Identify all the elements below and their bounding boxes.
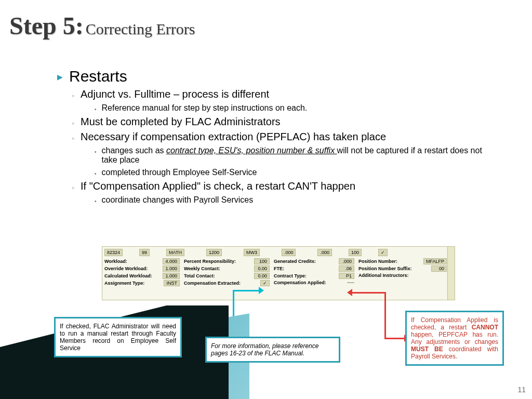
form-chip: 82324: [104, 249, 123, 256]
circle-bullet-icon: ◦: [72, 119, 74, 127]
page-number: 11: [517, 385, 526, 394]
form-col-4: Position Number:MFALFP Position Number S…: [358, 258, 447, 286]
form-chip: 100: [349, 249, 362, 256]
dot-bullet-icon: •: [95, 171, 97, 177]
bullet-reference: Reference manual for step by step instru…: [102, 103, 308, 113]
content-body: ▶ Restarts ◦ Adjunct vs. Fulltime – proc…: [57, 68, 499, 208]
callout-right: If Compensation Applied is checked, a re…: [405, 311, 504, 366]
title-subtitle: Correcting Errors: [86, 20, 195, 37]
dot-bullet-icon: •: [95, 198, 97, 204]
form-chip: MW3: [244, 249, 260, 256]
form-col-3: Generated Credits:.000 FTE:.06 Contract …: [274, 258, 354, 286]
form-top-row: 82324 99 MATH 1200 MW3 .000 .000 100 ✓: [104, 249, 453, 256]
form-col-2: Percent Responsibility:100 Weekly Contac…: [184, 258, 270, 286]
scrollbar: [447, 247, 455, 300]
callout-middle: For more information, please reference p…: [205, 337, 340, 363]
form-col-1: Workload:4.000 Override Workload:1.000 C…: [104, 258, 180, 286]
form-screenshot: 82324 99 MATH 1200 MW3 .000 .000 100 ✓ W…: [102, 246, 455, 300]
bullet-pepflac: Necessary if compensation extraction (PE…: [81, 131, 386, 143]
form-chip: .000: [282, 249, 296, 256]
bullet-ess: completed through Employee Self-Service: [102, 168, 257, 177]
bullet-adjunct: Adjunct vs. Fulltime – process is differ…: [81, 88, 269, 100]
form-chip: MATH: [166, 249, 184, 256]
circle-bullet-icon: ◦: [72, 183, 74, 192]
bullet-comp-applied: If "Compensation Applied" is check, a re…: [81, 180, 355, 192]
bullet-payroll: coordinate changes with Payroll Services: [102, 195, 254, 205]
circle-bullet-icon: ◦: [72, 134, 74, 142]
heading-restarts: Restarts: [69, 68, 127, 85]
form-chip: 99: [139, 249, 150, 256]
dot-bullet-icon: •: [95, 107, 97, 112]
dot-bullet-icon: •: [95, 149, 97, 155]
callout-left: If checked, FLAC Administrator will need…: [54, 317, 182, 357]
bullet-changes: changes such as contract type, ESU's, po…: [102, 146, 499, 165]
circle-bullet-icon: ◦: [72, 91, 74, 100]
form-chip: 1200: [206, 249, 222, 256]
title-step: Step 5:: [9, 12, 84, 39]
form-checkbox-checked: ✓: [378, 249, 388, 256]
slide-title: Step 5: Correcting Errors: [9, 11, 195, 40]
form-chip: .000: [317, 249, 332, 256]
bullet-flac-admin: Must be completed by FLAC Administrators: [81, 116, 281, 128]
triangle-bullet-icon: ▶: [57, 73, 63, 81]
